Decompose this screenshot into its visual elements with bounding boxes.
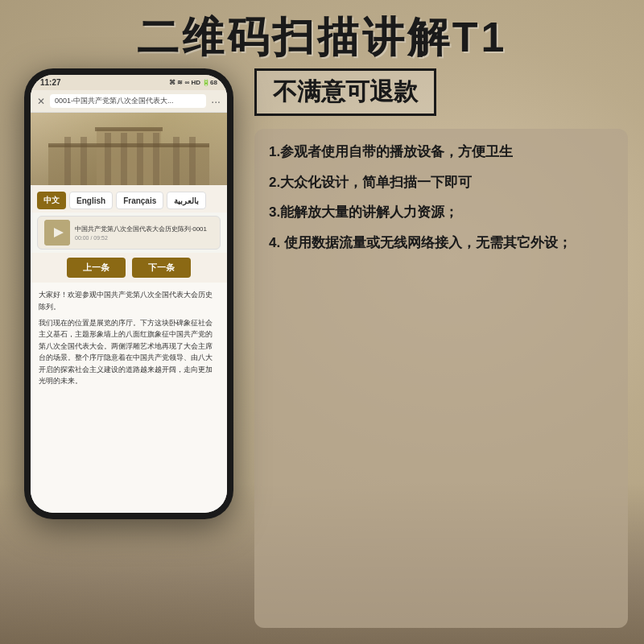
language-tabs: 中文 English Français بالعربية (31, 185, 227, 213)
phone-content: 大家好！欢迎参观中国共产党第八次全国代表大会历史陈列。 我们现在的位置是展览的序… (31, 283, 227, 513)
right-panel: 不满意可退款 1.参观者使用自带的播放设备，方便卫生 2.大众化设计，简单扫描一… (254, 68, 628, 628)
refund-badge: 不满意可退款 (254, 68, 436, 116)
lang-tab-english[interactable]: English (69, 192, 113, 209)
content-paragraph-2: 我们现在的位置是展览的序厅。下方这块卧碑象征社会主义基石，主题形象墙上的八面红旗… (39, 317, 219, 386)
feature-item-4: 4. 使用数据流量或无线网络接入，无需其它外设； (269, 233, 613, 254)
feature-item-3: 3.能解放大量的讲解人力资源； (269, 202, 613, 223)
browser-url: 0001-中国共产党第八次全国代表大... (50, 94, 206, 108)
phone-device: 11:27 ⌘ ≋ ∞ HD 🔋68 ✕ 0001-中国共产党第八次全国代表大.… (24, 68, 233, 519)
feature-text-3: 能解放大量的讲解人力资源； (280, 204, 458, 220)
audio-title: 中国共产党第八次全国代表大会历史陈列·0001 (75, 225, 213, 233)
feature-text-4: 使用数据流量或无线网络接入，无需其它外设； (280, 235, 572, 250)
lang-tab-chinese[interactable]: 中文 (37, 192, 66, 209)
prev-button[interactable]: 上一条 (67, 258, 126, 278)
audio-progress: 00:00 / 09:52 (75, 235, 213, 241)
svg-rect-10 (48, 143, 209, 147)
browser-more-button[interactable]: ··· (211, 95, 221, 108)
feature-text-2: 大众化设计，简单扫描一下即可 (280, 175, 472, 190)
svg-rect-7 (153, 133, 159, 185)
feature-item-1: 1.参观者使用自带的播放设备，方便卫生 (269, 142, 613, 163)
svg-rect-5 (121, 133, 127, 185)
lang-tab-arabic[interactable]: بالعربية (167, 192, 206, 209)
lang-tab-french[interactable]: Français (116, 192, 163, 209)
feature-item-2: 2.大众化设计，简单扫描一下即可 (269, 172, 613, 193)
phone-screen: 11:27 ⌘ ≋ ∞ HD 🔋68 ✕ 0001-中国共产党第八次全国代表大.… (31, 75, 227, 513)
svg-rect-11 (95, 127, 163, 131)
next-button[interactable]: 下一条 (132, 258, 191, 278)
feature-num-4: 4. (269, 235, 280, 250)
feature-num-1: 1. (269, 144, 280, 159)
content-paragraph-1: 大家好！欢迎参观中国共产党第八次全国代表大会历史陈列。 (39, 289, 219, 312)
feature-num-3: 3. (269, 204, 280, 220)
audio-player: 中国共产党第八次全国代表大会历史陈列·0001 00:00 / 09:52 (37, 216, 221, 250)
status-time: 11:27 (40, 78, 61, 87)
audio-info: 中国共产党第八次全国代表大会历史陈列·0001 00:00 / 09:52 (75, 225, 213, 241)
svg-rect-4 (105, 133, 111, 185)
page-title: 二维码扫描讲解T1 (16, 14, 628, 60)
header: 二维码扫描讲解T1 (0, 0, 644, 68)
status-bar: 11:27 ⌘ ≋ ∞ HD 🔋68 (31, 75, 227, 90)
svg-rect-6 (137, 133, 143, 185)
features-box: 1.参观者使用自带的播放设备，方便卫生 2.大众化设计，简单扫描一下即可 3.能… (254, 129, 628, 628)
feature-text-1: 参观者使用自带的播放设备，方便卫生 (280, 144, 513, 159)
feature-num-2: 2. (269, 175, 280, 190)
nav-buttons: 上一条 下一条 (31, 253, 227, 283)
phone-hero-image (31, 113, 227, 185)
signal-icon: ⌘ ≋ ∞ HD (169, 79, 200, 86)
phone-mockup: 11:27 ⌘ ≋ ∞ HD 🔋68 ✕ 0001-中国共产党第八次全国代表大.… (16, 68, 242, 628)
browser-bar: ✕ 0001-中国共产党第八次全国代表大... ··· (31, 90, 227, 113)
battery-icon: 🔋68 (202, 79, 217, 86)
browser-close-button[interactable]: ✕ (37, 96, 45, 107)
main-content: 11:27 ⌘ ≋ ∞ HD 🔋68 ✕ 0001-中国共产党第八次全国代表大.… (0, 68, 644, 644)
status-icons: ⌘ ≋ ∞ HD 🔋68 (169, 79, 217, 86)
audio-thumbnail (44, 220, 70, 246)
